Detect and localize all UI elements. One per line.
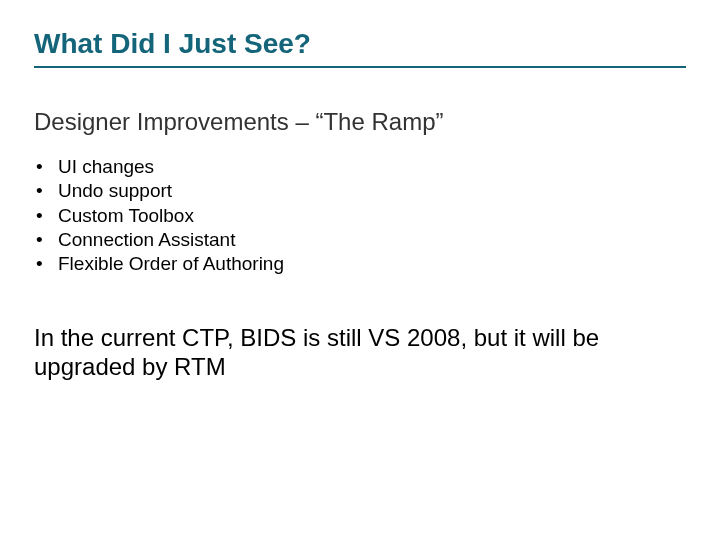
slide-subtitle: Designer Improvements – “The Ramp” [34, 108, 686, 137]
bullet-icon: • [34, 179, 58, 203]
list-item: • Connection Assistant [34, 228, 686, 252]
list-item-label: Custom Toolbox [58, 204, 194, 228]
slide: What Did I Just See? Designer Improvemen… [0, 0, 720, 540]
bullet-icon: • [34, 204, 58, 228]
list-item-label: Connection Assistant [58, 228, 235, 252]
closing-text: In the current CTP, BIDS is still VS 200… [34, 323, 614, 382]
list-item: • Flexible Order of Authoring [34, 252, 686, 276]
list-item-label: Undo support [58, 179, 172, 203]
bullet-icon: • [34, 155, 58, 179]
list-item-label: UI changes [58, 155, 154, 179]
slide-title: What Did I Just See? [34, 28, 686, 60]
bullet-icon: • [34, 252, 58, 276]
list-item: • Undo support [34, 179, 686, 203]
bullet-icon: • [34, 228, 58, 252]
bullet-list: • UI changes • Undo support • Custom Too… [34, 155, 686, 277]
title-underline [34, 66, 686, 68]
list-item: • UI changes [34, 155, 686, 179]
list-item-label: Flexible Order of Authoring [58, 252, 284, 276]
list-item: • Custom Toolbox [34, 204, 686, 228]
